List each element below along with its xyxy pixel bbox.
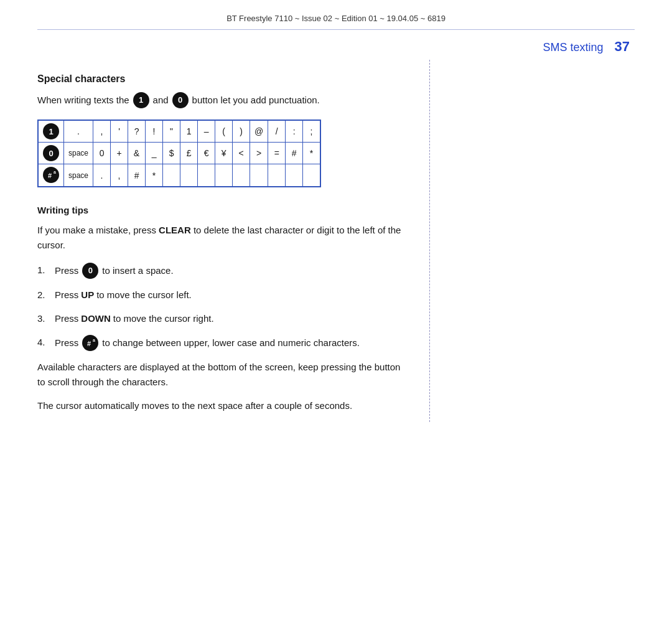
- char-cell: [233, 164, 250, 187]
- tip-button-hash: # a: [82, 335, 98, 351]
- char-cell: :: [286, 120, 303, 143]
- svg-text:#: #: [87, 340, 91, 347]
- char-cell: ?: [128, 120, 146, 143]
- key-cell-1: 1: [38, 120, 64, 143]
- char-cell: [215, 164, 233, 187]
- special-characters-intro: When writing texts the 1 and 0 button le…: [37, 92, 411, 108]
- writing-tips-heading: Writing tips: [37, 205, 411, 215]
- char-cell: [268, 164, 286, 187]
- char-cell: [286, 164, 303, 187]
- char-cell: [163, 164, 180, 187]
- char-cell: ): [233, 120, 250, 143]
- clear-bold: CLEAR: [159, 225, 191, 235]
- char-cell: [180, 164, 198, 187]
- char-cell: ;: [303, 120, 320, 143]
- extra-para-2: The cursor automatically moves to the ne…: [37, 398, 411, 413]
- char-cell: .: [93, 164, 111, 187]
- key-cell-0: 0: [38, 143, 64, 164]
- tip-text-after: to move the cursor left.: [96, 288, 192, 303]
- char-cell: [250, 164, 268, 187]
- key-badge-hash: # a: [43, 167, 59, 183]
- char-cell: $: [163, 143, 180, 164]
- tip-text-2: Press UP to move the cursor left.: [55, 288, 411, 303]
- tip-text-1: Press 0 to insert a space.: [55, 263, 411, 279]
- char-cell: !: [146, 120, 163, 143]
- table-row: # a space . , # *: [38, 164, 320, 187]
- char-cell: <: [233, 143, 250, 164]
- tip-text-before: Press: [55, 288, 78, 303]
- tip-text-before: Press: [55, 335, 78, 350]
- page-container: BT Freestyle 7110 ~ Issue 02 ~ Edition 0…: [0, 0, 672, 638]
- tip-bold-down: DOWN: [81, 311, 111, 326]
- writing-tips-intro: If you make a mistake, press CLEAR to de…: [37, 223, 411, 253]
- char-cell: ': [111, 120, 128, 143]
- list-item: 1. Press 0 to insert a space.: [37, 263, 411, 279]
- char-cell: ": [163, 120, 180, 143]
- page-header-title: BT Freestyle 7110 ~ Issue 02 ~ Edition 0…: [0, 0, 672, 29]
- list-number: 4.: [37, 335, 51, 350]
- extra-para-1: Available characters are displayed at th…: [37, 360, 411, 390]
- list-item: 3. Press DOWN to move the cursor right.: [37, 311, 411, 326]
- char-cell: *: [146, 164, 163, 187]
- table-row: 0 space 0 + & _ $ £ € ¥ < >: [38, 143, 320, 164]
- char-cell: ¥: [215, 143, 233, 164]
- section-title: SMS texting: [543, 41, 603, 54]
- tip-text-after: to change between upper, lower case and …: [102, 335, 360, 350]
- header-text: BT Freestyle 7110 ~ Issue 02 ~ Edition 0…: [226, 14, 446, 23]
- special-characters-heading: Special characters: [37, 73, 411, 85]
- char-cell: ,: [93, 120, 111, 143]
- main-column: Special characters When writing texts th…: [37, 60, 423, 422]
- writing-tips-section: Writing tips If you make a mistake, pres…: [37, 205, 411, 413]
- key-badge-0: 0: [43, 145, 59, 161]
- special-characters-section: Special characters When writing texts th…: [37, 73, 411, 187]
- char-cell: [303, 164, 320, 187]
- char-cell: 0: [93, 143, 111, 164]
- tip-button-0: 0: [82, 263, 98, 279]
- list-item: 4. Press # a to change between upper, lo: [37, 335, 411, 351]
- char-cell: €: [198, 143, 215, 164]
- char-cell: *: [303, 143, 320, 164]
- char-cell: >: [250, 143, 268, 164]
- tip-text-after: to insert a space.: [102, 263, 173, 278]
- tip-bold-up: UP: [81, 288, 94, 303]
- char-cell: #: [286, 143, 303, 164]
- special-characters-table: 1 . , ' ? ! " 1 – ( ) @: [37, 120, 321, 187]
- char-cell: /: [268, 120, 286, 143]
- writing-tips-list: 1. Press 0 to insert a space. 2. Press U…: [37, 263, 411, 351]
- char-cell: #: [128, 164, 146, 187]
- char-cell: @: [250, 120, 268, 143]
- page-number: 37: [615, 39, 630, 55]
- char-cell: &: [128, 143, 146, 164]
- char-cell: +: [111, 143, 128, 164]
- intro-middle: and: [153, 93, 169, 107]
- list-number: 2.: [37, 288, 51, 303]
- key-badge-1: 1: [43, 123, 59, 139]
- tip-text-4: Press # a to change between upper, lower…: [55, 335, 411, 351]
- list-number: 3.: [37, 311, 51, 326]
- svg-text:#: #: [48, 172, 52, 179]
- char-cell: £: [180, 143, 198, 164]
- list-item: 2. Press UP to move the cursor left.: [37, 288, 411, 303]
- button-0-badge: 0: [172, 92, 189, 108]
- char-cell: (: [215, 120, 233, 143]
- key-cell-hash: # a: [38, 164, 64, 187]
- tip-text-before: Press: [55, 311, 78, 326]
- tip-text-3: Press DOWN to move the cursor right.: [55, 311, 411, 326]
- section-title-row: SMS texting 37: [0, 30, 672, 60]
- tip-text-before: Press: [55, 263, 78, 278]
- list-number: 1.: [37, 263, 51, 278]
- intro-after: button let you add punctuation.: [192, 93, 320, 107]
- char-cell: .: [64, 120, 93, 143]
- intro-before: When writing texts the: [37, 93, 129, 107]
- char-cell: space: [64, 164, 93, 187]
- svg-text:a: a: [54, 170, 56, 174]
- svg-text:a: a: [93, 338, 95, 342]
- char-cell: –: [198, 120, 215, 143]
- char-cell: [198, 164, 215, 187]
- button-1-badge: 1: [133, 92, 149, 108]
- char-cell: ,: [111, 164, 128, 187]
- content-area: Special characters When writing texts th…: [0, 60, 672, 422]
- table-row: 1 . , ' ? ! " 1 – ( ) @: [38, 120, 320, 143]
- char-cell: =: [268, 143, 286, 164]
- char-cell: 1: [180, 120, 198, 143]
